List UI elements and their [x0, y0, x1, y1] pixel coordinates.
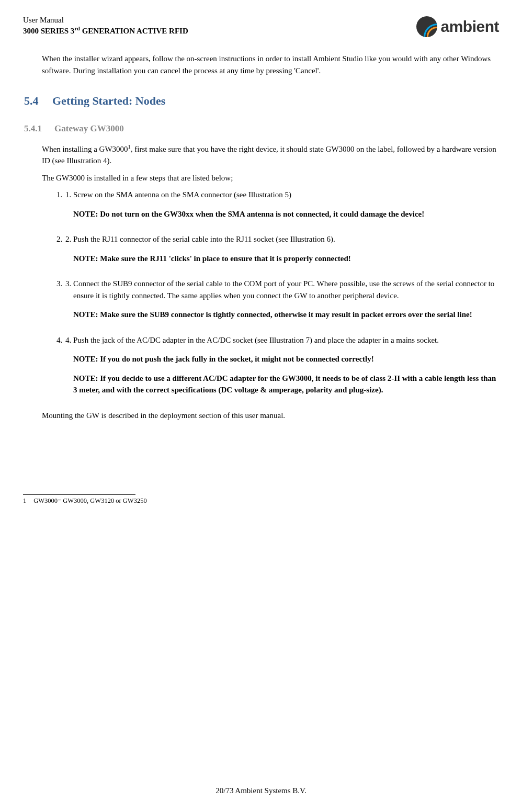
list-item: 2. Push the RJ11 connector of the serial… [73, 233, 499, 264]
item-number: 2. [56, 233, 62, 245]
item-text: Connect the SUB9 connector of the serial… [73, 278, 499, 301]
section-number: 5.4 [24, 92, 52, 109]
subtitle-sup: rd [74, 26, 80, 31]
brand-logo: ambient [416, 15, 499, 38]
paragraph-1: When installing a GW30001, first make su… [42, 143, 499, 167]
item-text: Push the RJ11 connector of the serial ca… [73, 233, 499, 245]
intro-paragraph: When the installer wizard appears, follo… [42, 53, 499, 76]
item-text: Push the jack of the AC/DC adapter in th… [73, 334, 499, 346]
item-note: NOTE: If you do not push the jack fully … [73, 353, 499, 365]
list-item: 1. Screw on the SMA antenna on the SMA c… [73, 189, 499, 220]
header-titles: User Manual 3000 SERIES 3rd GENERATION A… [23, 15, 188, 37]
ambient-logo-icon [416, 16, 437, 37]
closing-paragraph: Mounting the GW is described in the depl… [42, 410, 499, 422]
item-number: 3. [56, 278, 62, 290]
install-steps-list: 1. Screw on the SMA antenna on the SMA c… [42, 189, 499, 396]
section-title: Getting Started: Nodes [52, 92, 165, 109]
doc-title: User Manual [23, 15, 188, 25]
paragraph-2: The GW3000 is installed in a few steps t… [42, 172, 499, 184]
brand-logo-text: ambient [440, 15, 499, 38]
footnote: 1 GW3000= GW3000, GW3120 or GW3250 [23, 496, 499, 506]
page-footer: 20/73 Ambient Systems B.V. [0, 785, 522, 797]
footnote-text: GW3000= GW3000, GW3120 or GW3250 [33, 496, 146, 506]
subsection-heading: 5.4.1 Gateway GW3000 [24, 122, 499, 136]
list-item: 3. Connect the SUB9 connector of the ser… [73, 278, 499, 321]
item-note: NOTE: Do not turn on the GW30xx when the… [73, 208, 499, 220]
item-note: NOTE: If you decide to use a different A… [73, 373, 499, 396]
subsection-title: Gateway GW3000 [54, 122, 124, 136]
item-note: NOTE: Make sure the SUB9 connector is ti… [73, 309, 499, 321]
item-note: NOTE: Make sure the RJ11 'clicks' in pla… [73, 253, 499, 265]
subsection-number: 5.4.1 [24, 122, 54, 136]
p1-pre: When installing a GW3000 [42, 145, 128, 153]
item-number: 4. [56, 334, 62, 346]
footnote-number: 1 [23, 496, 26, 506]
section-heading: 5.4 Getting Started: Nodes [24, 92, 499, 109]
page-header: User Manual 3000 SERIES 3rd GENERATION A… [23, 15, 499, 38]
subtitle-post: GENERATION ACTIVE RFID [80, 27, 188, 35]
subtitle-pre: 3000 SERIES 3 [23, 27, 74, 35]
list-item: 4. Push the jack of the AC/DC adapter in… [73, 334, 499, 396]
doc-subtitle: 3000 SERIES 3rd GENERATION ACTIVE RFID [23, 25, 188, 36]
footnote-separator [23, 494, 135, 495]
body-content: When the installer wizard appears, follo… [23, 53, 499, 506]
item-text: Screw on the SMA antenna on the SMA conn… [73, 189, 499, 201]
item-number: 1. [56, 189, 62, 201]
